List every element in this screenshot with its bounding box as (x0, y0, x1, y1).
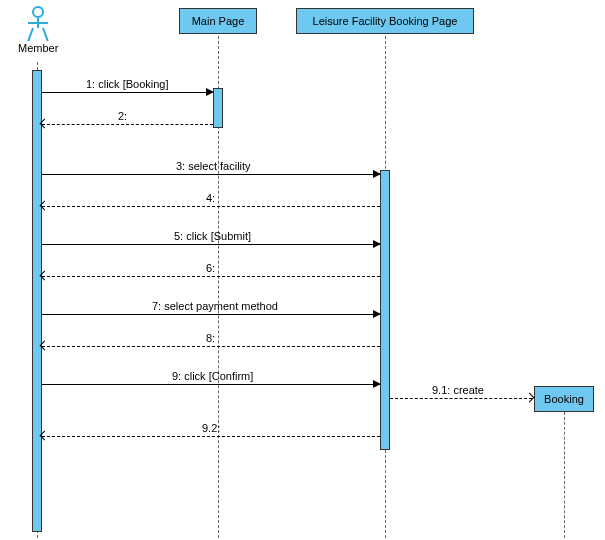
lifeline-booking-page: Leisure Facility Booking Page (296, 8, 474, 34)
msg-6 (42, 276, 380, 277)
msg-7-label: 7: select payment method (152, 300, 278, 312)
activation-main-page (213, 88, 223, 128)
msg-9-1-label: 9.1: create (432, 384, 484, 396)
lifeline-label: Booking (544, 393, 584, 405)
lifeline-label: Main Page (192, 15, 245, 27)
msg-8 (42, 346, 380, 347)
msg-line (42, 436, 380, 437)
msg-line (42, 276, 380, 277)
msg-line (42, 314, 380, 315)
msg-8-label: 8: (206, 332, 215, 344)
msg-5-label: 5: click [Submit] (174, 230, 251, 242)
msg-line (390, 398, 532, 399)
msg-line (42, 384, 380, 385)
actor-head-icon (32, 6, 44, 18)
msg-9-2 (42, 436, 380, 437)
msg-line (42, 206, 380, 207)
actor-arms-icon (28, 22, 48, 24)
msg-9-1 (390, 398, 532, 399)
msg-line (42, 346, 380, 347)
actor-legs-icon (28, 28, 48, 40)
activation-member (32, 70, 42, 532)
lifeline-label: Leisure Facility Booking Page (313, 15, 458, 27)
msg-1-label: 1: click [Booking] (86, 78, 169, 90)
activation-booking-page (380, 170, 390, 450)
msg-line (42, 174, 380, 175)
lifeline-main-page: Main Page (179, 8, 257, 34)
msg-line (42, 124, 213, 125)
msg-9 (42, 384, 380, 385)
msg-9-2-label: 9.2: (202, 422, 220, 434)
lifeline-booking: Booking (534, 386, 594, 412)
actor-member: Member (18, 6, 58, 54)
msg-line (42, 92, 213, 93)
msg-5 (42, 244, 380, 245)
msg-3 (42, 174, 380, 175)
msg-7 (42, 314, 380, 315)
msg-line (42, 244, 380, 245)
actor-label: Member (18, 42, 58, 54)
msg-4-label: 4: (206, 192, 215, 204)
lifeline-booking-line (564, 412, 565, 538)
msg-3-label: 3: select facility (176, 160, 251, 172)
msg-6-label: 6: (206, 262, 215, 274)
msg-9-label: 9: click [Confirm] (172, 370, 253, 382)
sequence-diagram: Member Main Page Leisure Facility Bookin… (0, 0, 605, 540)
msg-2 (42, 124, 213, 125)
msg-4 (42, 206, 380, 207)
msg-1 (42, 92, 213, 93)
msg-2-label: 2: (118, 110, 127, 122)
